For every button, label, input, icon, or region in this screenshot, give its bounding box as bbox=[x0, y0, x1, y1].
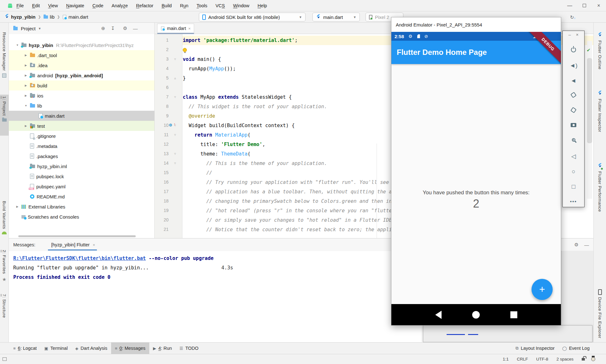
run-config-dropdown[interactable]: main.dart ▼ bbox=[312, 13, 360, 21]
expand-right-icon[interactable]: ▶ bbox=[24, 54, 27, 57]
messages-tab-flutter[interactable]: [hyzp_yibin] Flutter × bbox=[48, 238, 97, 251]
horizontal-scrollbar[interactable] bbox=[18, 235, 136, 237]
emulator-back-button[interactable]: ◁ bbox=[563, 153, 584, 159]
breadcrumb-file[interactable]: main.dart bbox=[68, 14, 88, 20]
expand-down-icon[interactable]: ▼ bbox=[24, 104, 27, 107]
tool-window-button-undefinedevent-log[interactable]: ◯Event Log bbox=[558, 343, 593, 354]
collapse-all-icon[interactable]: ↧ bbox=[111, 26, 115, 31]
sidebar-stripe-device-file-explorer[interactable]: Device File Explorer bbox=[594, 289, 606, 338]
breadcrumb-lib[interactable]: lib bbox=[50, 14, 55, 20]
tree-row-build[interactable]: ▶build bbox=[9, 80, 155, 91]
emulator-volume-down-button[interactable]: ◄ bbox=[563, 78, 584, 84]
menu-code[interactable]: Code bbox=[92, 3, 104, 8]
sidebar-stripe---project[interactable]: 1: Project bbox=[0, 96, 9, 122]
editor-tab-main-dart[interactable]: main.dart × bbox=[157, 24, 194, 34]
status-item-caret-position[interactable]: 1:1 bbox=[503, 357, 509, 361]
override-indicator-icon[interactable] bbox=[169, 124, 172, 126]
tool-window-switcher-icon[interactable] bbox=[3, 357, 7, 361]
emulator-home-button[interactable]: ○ bbox=[563, 168, 584, 174]
fold-marker-icon[interactable]: ▿ bbox=[174, 161, 176, 165]
status-item-line-ending[interactable]: CRLF bbox=[517, 357, 528, 361]
project-view-title[interactable]: Project bbox=[21, 26, 36, 31]
close-tab-icon[interactable]: × bbox=[93, 243, 95, 247]
sidebar-stripe---structure[interactable]: 7: Structure bbox=[0, 294, 9, 318]
menu-help[interactable]: Help bbox=[258, 3, 267, 8]
window-minimize-button[interactable]: — bbox=[562, 3, 577, 9]
tool-window-button-4--run[interactable]: ▶4: Run bbox=[149, 343, 176, 354]
hector-inspector-icon[interactable] bbox=[591, 357, 595, 361]
expand-right-icon[interactable]: ▶ bbox=[24, 124, 27, 127]
menu-build[interactable]: Build bbox=[162, 3, 172, 8]
settings-gear-icon[interactable]: ⚙ bbox=[123, 26, 127, 31]
fab-increment-button[interactable]: + bbox=[532, 279, 553, 300]
nav-home-button[interactable] bbox=[472, 311, 480, 319]
menu-run[interactable]: Run bbox=[180, 3, 188, 8]
settings-gear-icon[interactable]: ⚙ bbox=[574, 242, 579, 248]
status-item-indent[interactable]: 2 spaces bbox=[556, 357, 573, 361]
menu-window[interactable]: Window bbox=[233, 3, 250, 8]
tool-window-button-todo[interactable]: ☰TODO bbox=[176, 343, 202, 354]
tree-row-main-dart[interactable]: main.dart bbox=[9, 111, 155, 121]
expand-right-icon[interactable]: ▶ bbox=[24, 64, 27, 67]
tool-window-button-dart-analysis[interactable]: ◈Dart Analysis bbox=[71, 343, 111, 354]
expand-down-icon[interactable]: ▼ bbox=[15, 44, 19, 47]
menu-edit[interactable]: Edit bbox=[32, 3, 40, 8]
emulator-rotate-left-button[interactable] bbox=[563, 93, 584, 97]
tool-window-button-terminal[interactable]: ▣Terminal bbox=[40, 343, 71, 354]
sidebar-stripe-flutter-performance[interactable]: Flutter Performance bbox=[594, 163, 606, 212]
tool-window-button-6--logcat[interactable]: ≡6: Logcat bbox=[9, 343, 40, 354]
tree-row--gitignore[interactable]: .gitignore bbox=[9, 131, 155, 141]
emulator-zoom-button[interactable] bbox=[563, 138, 584, 142]
tool-window-button-0--messages[interactable]: ≡0: Messages bbox=[111, 343, 149, 354]
status-item-encoding[interactable]: UTF-8 bbox=[536, 357, 548, 361]
sidebar-stripe---favorites[interactable]: 2: Favorites★ bbox=[0, 250, 9, 282]
fold-marker-icon[interactable]: ▿ bbox=[174, 133, 176, 137]
tree-row-ios[interactable]: ▶ios bbox=[9, 91, 155, 101]
nav-overview-button[interactable] bbox=[510, 311, 517, 318]
emulator-camera-button[interactable] bbox=[563, 123, 584, 127]
sidebar-stripe-resource-manager[interactable]: Resource Manager bbox=[0, 32, 9, 78]
sync-icon[interactable]: ↻↓ bbox=[570, 15, 576, 20]
window-close-button[interactable]: × bbox=[591, 3, 606, 9]
expand-right-icon[interactable]: ▶ bbox=[24, 84, 27, 87]
fold-marker-icon[interactable]: ▿ bbox=[174, 152, 176, 156]
implements-arrow-icon[interactable]: ↑ bbox=[174, 122, 176, 126]
emulator-more-button[interactable]: ••• bbox=[563, 199, 584, 204]
tree-row--dart-tool[interactable]: ▶.dart_tool bbox=[9, 50, 155, 60]
fold-marker-icon[interactable]: ▿ bbox=[174, 95, 176, 99]
hide-panel-icon[interactable]: — bbox=[584, 242, 589, 248]
expand-right-icon[interactable]: ▶ bbox=[24, 94, 27, 97]
tree-row-pubspec-lock[interactable]: pubspec.lock bbox=[9, 171, 155, 181]
emulator-close-button[interactable]: × bbox=[576, 32, 579, 37]
inspections-ok-icon[interactable]: ✔ bbox=[586, 47, 591, 53]
tree-row--idea[interactable]: ▶.idea bbox=[9, 60, 155, 70]
menu-refactor[interactable]: Refactor bbox=[136, 3, 153, 8]
editor-scrollbar-thumb[interactable] bbox=[587, 58, 592, 143]
tree-row-android[interactable]: ▶android[hyzp_yibin_android] bbox=[9, 70, 155, 80]
nav-back-button[interactable] bbox=[435, 311, 442, 319]
sidebar-stripe-flutter-outline[interactable]: Flutter Outline bbox=[594, 32, 606, 69]
menu-file[interactable]: File bbox=[16, 3, 24, 8]
expand-right-icon[interactable]: ▶ bbox=[15, 205, 19, 208]
tree-row--metadata[interactable]: .metadata bbox=[9, 141, 155, 151]
tree-row--packages[interactable]: .packages bbox=[9, 151, 155, 161]
tree-row-test[interactable]: ▶test bbox=[9, 121, 155, 131]
console-text[interactable]: R:\Flutter\FlutterSDK\flutter\bin\flutte… bbox=[13, 255, 146, 261]
emulator-screen[interactable]: 2:58 ⚙ ⊘ Flutter Demo Home Page DEBUG Yo… bbox=[391, 32, 561, 325]
breadcrumb-project[interactable]: hyzp_yibin bbox=[11, 14, 36, 20]
tree-row-readme-md[interactable]: README.md bbox=[9, 191, 155, 202]
window-maximize-button[interactable] bbox=[577, 3, 591, 9]
menu-analyze[interactable]: Analyze bbox=[112, 3, 128, 8]
expand-right-icon[interactable]: ▶ bbox=[24, 74, 27, 77]
intention-bulb-icon[interactable] bbox=[183, 48, 187, 52]
menu-vcs[interactable]: VCS bbox=[216, 3, 225, 8]
tree-row-hyzp-yibin[interactable]: ▼hyzp_yibinR:\FlutterProject\FlutterProj… bbox=[9, 40, 155, 50]
emulator-power-button[interactable] bbox=[563, 47, 584, 52]
fold-marker-icon[interactable]: ▵ bbox=[174, 76, 176, 80]
menu-navigate[interactable]: Navigate bbox=[66, 3, 84, 8]
tree-row-scratches-and-consoles[interactable]: Scratches and Consoles bbox=[9, 212, 155, 222]
tree-row-pubspec-yaml[interactable]: pubspec.yaml bbox=[9, 181, 155, 191]
tool-window-button-undefinedlayout-inspector[interactable]: ⧉Layout Inspector bbox=[512, 343, 559, 354]
sidebar-stripe-build-variants[interactable]: Build Variants bbox=[0, 201, 9, 234]
tree-row-lib[interactable]: ▼lib bbox=[9, 101, 155, 111]
